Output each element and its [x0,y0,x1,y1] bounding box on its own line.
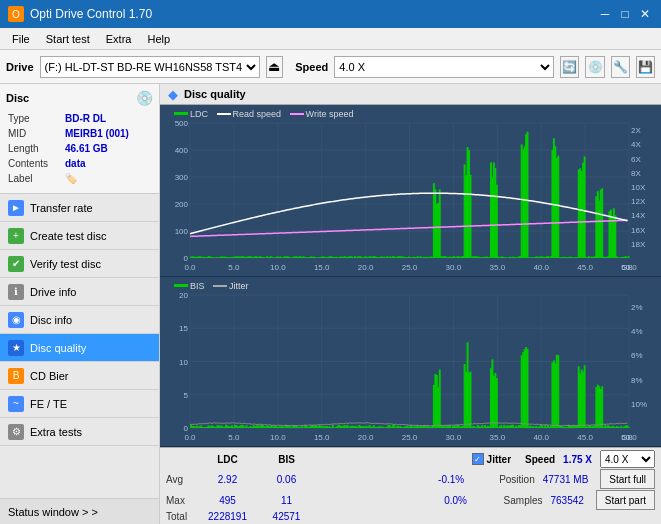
sidebar-item-verify-test-disc[interactable]: ✔ Verify test disc [0,250,159,278]
save-button[interactable]: 💾 [636,56,655,78]
speed-dropdown[interactable]: 4.0 X [600,450,655,468]
app-title: O Opti Drive Control 1.70 [8,6,152,22]
sidebar-item-transfer-rate[interactable]: ► Transfer rate [0,194,159,222]
sidebar: Disc 💿 Type BD-R DL MID MEIRB1 (001) Len… [0,84,160,524]
write-speed-legend-color [290,113,304,115]
max-ldc: 495 [200,495,255,506]
stats-max-row: Max 495 11 0.0% Samples 763542 Start par… [166,490,655,510]
max-bis: 11 [259,495,314,506]
max-jitter: 0.0% [416,495,496,506]
jitter-legend-color [213,285,227,287]
cd-bier-label: CD Bier [30,370,69,382]
create-test-disc-icon: + [8,228,24,244]
sidebar-item-disc-info[interactable]: ◉ Disc info [0,306,159,334]
title-bar: O Opti Drive Control 1.70 ─ □ ✕ [0,0,661,28]
disc-info-label: Disc info [30,314,72,326]
create-test-disc-label: Create test disc [30,230,106,242]
verify-test-disc-label: Verify test disc [30,258,101,270]
config-button[interactable]: 🔧 [611,56,630,78]
disc-label-icon: 🏷️ [65,172,151,185]
length-label: Length [8,142,63,155]
start-full-button[interactable]: Start full [600,469,655,489]
dq-title: Disc quality [184,88,246,100]
status-window-button[interactable]: Status window > > [0,498,159,524]
verify-test-disc-icon: ✔ [8,256,24,272]
drive-bar: Drive (F:) HL-DT-ST BD-RE WH16NS58 TST4 … [0,50,661,84]
bis-chart-container: BIS Jitter [160,277,661,447]
position-label: Position [499,474,535,485]
close-button[interactable]: ✕ [637,6,653,22]
disc-info-table: Type BD-R DL MID MEIRB1 (001) Length 46.… [6,110,153,187]
ldc-legend-color [174,112,188,115]
menu-bar: File Start test Extra Help [0,28,661,50]
fe-te-label: FE / TE [30,398,67,410]
transfer-rate-label: Transfer rate [30,202,93,214]
contents-value: data [65,157,151,170]
eject-button[interactable]: ⏏ [266,56,284,78]
disc-panel-title: Disc [6,92,29,104]
chart2-legend: BIS Jitter [174,279,249,291]
menu-start-test[interactable]: Start test [38,31,98,47]
charts-area: LDC Read speed Write speed [160,105,661,447]
disc-quality-icon: ★ [8,340,24,356]
total-bis: 42571 [259,511,314,522]
transfer-rate-icon: ► [8,200,24,216]
sidebar-item-extra-tests[interactable]: ⚙ Extra tests [0,418,159,446]
cd-bier-icon: B [8,368,24,384]
mid-value: MEIRB1 (001) [65,127,151,140]
length-value: 46.61 GB [65,142,151,155]
speed-select[interactable]: 4.0 X [334,56,554,78]
mid-label: MID [8,127,63,140]
disc-panel: Disc 💿 Type BD-R DL MID MEIRB1 (001) Len… [0,84,159,194]
ldc-chart [160,105,661,276]
position-val: 47731 MB [543,474,589,485]
type-value: BD-R DL [65,112,151,125]
minimize-button[interactable]: ─ [597,6,613,22]
avg-jitter: -0.1% [411,474,491,485]
content-area: ◆ Disc quality LDC Read speed [160,84,661,524]
stats-avg-row: Avg 2.92 0.06 -0.1% Position 47731 MB St… [166,469,655,489]
bis-chart [160,277,661,446]
stats-bar: LDC BIS ✓ Jitter Speed 1.75 X 4.0 X Avg … [160,447,661,524]
jitter-checkbox[interactable]: ✓ [472,453,484,465]
samples-label: Samples [504,495,543,506]
ldc-col-header: LDC [200,454,255,465]
disc-icon: 💿 [136,90,153,106]
sidebar-item-fe-te[interactable]: ~ FE / TE [0,390,159,418]
stats-header-row: LDC BIS ✓ Jitter Speed 1.75 X 4.0 X [166,450,655,468]
start-part-button[interactable]: Start part [596,490,655,510]
maximize-button[interactable]: □ [617,6,633,22]
sidebar-item-disc-quality[interactable]: ★ Disc quality [0,334,159,362]
disc-quality-label: Disc quality [30,342,86,354]
extra-tests-icon: ⚙ [8,424,24,440]
sidebar-item-create-test-disc[interactable]: + Create test disc [0,222,159,250]
dq-icon: ◆ [168,87,178,102]
extra-tests-label: Extra tests [30,426,82,438]
total-label: Total [166,511,196,522]
type-label: Type [8,112,63,125]
sidebar-item-drive-info[interactable]: ℹ Drive info [0,278,159,306]
disc-label-label: Label [8,172,63,185]
chart1-legend: LDC Read speed Write speed [174,107,353,119]
samples-val: 763542 [550,495,583,506]
app-icon: O [8,6,24,22]
menu-file[interactable]: File [4,31,38,47]
speed-current-val: 1.75 X [563,454,592,465]
bis-col-header: BIS [259,454,314,465]
window-controls: ─ □ ✕ [597,6,653,22]
drive-info-label: Drive info [30,286,76,298]
sidebar-item-cd-bier[interactable]: B CD Bier [0,362,159,390]
max-label: Max [166,495,196,506]
disc-icon-button[interactable]: 💿 [585,56,604,78]
avg-label: Avg [166,474,196,485]
drive-label: Drive [6,61,34,73]
menu-extra[interactable]: Extra [98,31,140,47]
avg-bis: 0.06 [259,474,314,485]
refresh-button[interactable]: 🔄 [560,56,579,78]
menu-help[interactable]: Help [139,31,178,47]
fe-te-icon: ~ [8,396,24,412]
drive-select[interactable]: (F:) HL-DT-ST BD-RE WH16NS58 TST4 [40,56,260,78]
total-ldc: 2228191 [200,511,255,522]
ldc-chart-container: LDC Read speed Write speed [160,105,661,277]
drive-info-icon: ℹ [8,284,24,300]
